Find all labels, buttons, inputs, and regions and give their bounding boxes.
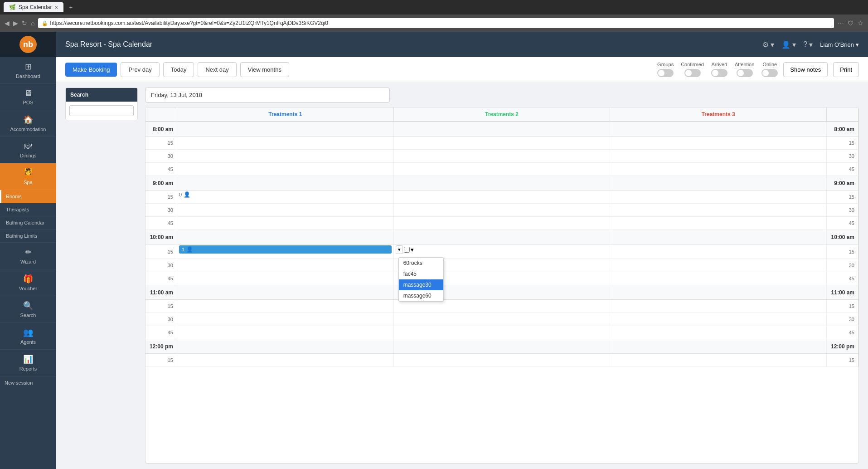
- cal-cell-t2-800[interactable]: [394, 122, 611, 136]
- active-tab[interactable]: 🌿 Spa Calendar ✕: [4, 2, 63, 12]
- sidebar-item-voucher[interactable]: 🎁 Voucher: [0, 269, 56, 296]
- sidebar-item-rooms[interactable]: Rooms: [0, 190, 56, 203]
- bookmark-icon[interactable]: ☆: [858, 20, 863, 27]
- help-button[interactable]: ? ▾: [803, 40, 813, 49]
- cal-cell-t3-1145[interactable]: [610, 326, 827, 339]
- booking-block-t1-1015[interactable]: 1 👤: [179, 245, 392, 254]
- checkbox-dropdown[interactable]: ▾: [404, 246, 414, 253]
- next-day-button[interactable]: Next day: [198, 62, 236, 77]
- today-button[interactable]: Today: [163, 62, 194, 77]
- cal-cell-t1-1000[interactable]: [177, 230, 394, 244]
- cal-cell-t1-1200[interactable]: [177, 339, 394, 353]
- arrived-switch[interactable]: [711, 69, 727, 77]
- sidebar-item-bathing-calendar[interactable]: Bathing Calendar: [0, 216, 56, 230]
- cal-cell-t2-930[interactable]: [394, 204, 611, 216]
- cal-cell-t3-800[interactable]: [610, 122, 827, 136]
- sidebar-item-search[interactable]: 🔍 Search: [0, 296, 56, 323]
- cal-cell-t2-945[interactable]: [394, 217, 611, 230]
- cal-cell-t2-845[interactable]: [394, 163, 611, 176]
- tab-close-button[interactable]: ✕: [54, 5, 58, 10]
- back-button[interactable]: ◀: [5, 20, 10, 27]
- cal-cell-t1-845[interactable]: [177, 163, 394, 176]
- cal-cell-t3-1115[interactable]: [610, 300, 827, 313]
- show-notes-button[interactable]: Show notes: [783, 62, 828, 77]
- cal-cell-t3-1045[interactable]: [610, 272, 827, 285]
- print-button[interactable]: Print: [833, 62, 859, 77]
- cal-cell-t2-1215[interactable]: [394, 354, 611, 366]
- logo-icon[interactable]: nb: [19, 36, 37, 53]
- cal-cell-t1-1130[interactable]: [177, 313, 394, 326]
- cal-cell-t2-1115[interactable]: [394, 300, 611, 313]
- cal-cell-t3-900[interactable]: [610, 176, 827, 190]
- cal-cell-t1-945[interactable]: [177, 217, 394, 230]
- forward-button[interactable]: ▶: [13, 20, 18, 27]
- cal-cell-t2-900[interactable]: [394, 176, 611, 190]
- search-input[interactable]: [69, 105, 134, 116]
- sidebar-item-therapists[interactable]: Therapists: [0, 203, 56, 216]
- sidebar-item-dinings[interactable]: 🍽 Dinings: [0, 137, 56, 163]
- cal-cell-t3-930[interactable]: [610, 204, 827, 216]
- cal-cell-t3-1200[interactable]: [610, 339, 827, 353]
- cal-cell-t1-830[interactable]: [177, 150, 394, 162]
- cal-cell-t3-815[interactable]: [610, 137, 827, 149]
- view-months-button[interactable]: View months: [240, 62, 289, 77]
- treatment-checkbox[interactable]: [404, 247, 410, 253]
- dropdown-item-massage60[interactable]: massage60: [399, 290, 443, 301]
- dropdown-item-massage30[interactable]: massage30: [399, 279, 443, 290]
- cal-cell-t1-915[interactable]: 0 👤: [177, 191, 394, 203]
- cal-cell-t1-900[interactable]: [177, 176, 394, 190]
- cal-cell-t1-1015[interactable]: 1 👤: [177, 244, 394, 259]
- cal-cell-t3-945[interactable]: [610, 217, 827, 230]
- attention-switch[interactable]: [737, 69, 753, 77]
- sidebar-item-accommodation[interactable]: 🏠 Accommodation: [0, 110, 56, 137]
- cal-cell-t2-1000[interactable]: [394, 230, 611, 244]
- cal-cell-t3-830[interactable]: [610, 150, 827, 162]
- cal-cell-t2-1015[interactable]: ▾ ▾ 60rocks fac45 m: [394, 244, 611, 259]
- cal-cell-t2-915[interactable]: [394, 191, 611, 203]
- cal-cell-t2-1200[interactable]: [394, 339, 611, 353]
- shield-icon[interactable]: 🛡: [848, 20, 854, 27]
- cal-cell-t2-830[interactable]: [394, 150, 611, 162]
- date-display[interactable]: Friday, 13 Jul, 2018: [145, 88, 390, 103]
- new-session-link[interactable]: New session: [0, 376, 56, 389]
- cal-cell-t1-1045[interactable]: [177, 272, 394, 285]
- cal-cell-t1-1115[interactable]: [177, 300, 394, 313]
- dropdown-item-60rocks[interactable]: 60rocks: [399, 258, 443, 269]
- dropdown-item-fac45[interactable]: fac45: [399, 269, 443, 279]
- new-tab-button[interactable]: +: [65, 2, 76, 13]
- sidebar-item-dashboard[interactable]: ⊞ Dashboard: [0, 57, 56, 84]
- make-booking-button[interactable]: Make Booking: [65, 63, 117, 77]
- sidebar-item-wizard[interactable]: ✏ Wizard: [0, 243, 56, 269]
- refresh-button[interactable]: ↻: [22, 20, 27, 27]
- sidebar-item-spa[interactable]: 💆 Spa: [0, 163, 56, 190]
- cal-cell-t3-1015[interactable]: [610, 244, 827, 259]
- sidebar-item-agents[interactable]: 👥 Agents: [0, 323, 56, 350]
- cal-cell-t1-1215[interactable]: [177, 354, 394, 366]
- cal-cell-t3-1000[interactable]: [610, 230, 827, 244]
- username-button[interactable]: Liam O'Brien ▾: [820, 41, 859, 48]
- extensions-button[interactable]: ⋯: [838, 20, 844, 27]
- cal-cell-t3-1030[interactable]: [610, 259, 827, 272]
- online-switch[interactable]: [761, 69, 778, 77]
- settings-button[interactable]: ⚙ ▾: [762, 40, 774, 49]
- sidebar-item-pos[interactable]: 🖥 POS: [0, 84, 56, 110]
- cal-cell-t1-1100[interactable]: [177, 285, 394, 299]
- home-button[interactable]: ⌂: [31, 20, 34, 27]
- cal-cell-t1-930[interactable]: [177, 204, 394, 216]
- treatment-dropdown-button[interactable]: ▾: [396, 245, 403, 254]
- cal-cell-t3-845[interactable]: [610, 163, 827, 176]
- cal-cell-t3-915[interactable]: [610, 191, 827, 203]
- confirmed-switch[interactable]: [684, 69, 701, 77]
- cal-cell-t1-1145[interactable]: [177, 326, 394, 339]
- cal-cell-t3-1215[interactable]: [610, 354, 827, 366]
- cal-cell-t1-815[interactable]: [177, 137, 394, 149]
- user-menu-button[interactable]: 👤 ▾: [781, 40, 796, 49]
- groups-switch[interactable]: [657, 69, 674, 77]
- prev-day-button[interactable]: Prev day: [121, 62, 159, 77]
- cal-cell-t1-800[interactable]: [177, 122, 394, 136]
- cal-cell-t2-1130[interactable]: [394, 313, 611, 326]
- url-bar[interactable]: 🔒 https://secure.netbookings.com.au/test…: [38, 18, 834, 28]
- cal-cell-t3-1100[interactable]: [610, 285, 827, 299]
- cal-cell-t2-1145[interactable]: [394, 326, 611, 339]
- cal-cell-t3-1130[interactable]: [610, 313, 827, 326]
